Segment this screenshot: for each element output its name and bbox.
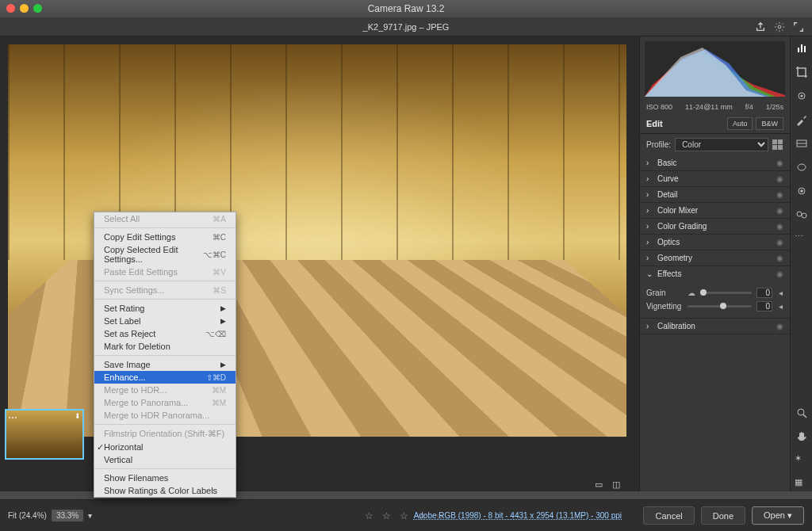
zoom-level[interactable]: 33.3%	[52, 510, 83, 521]
visibility-eye-icon[interactable]: ◉	[776, 174, 783, 183]
thumbnail-save-icon[interactable]: ⬇	[75, 412, 81, 420]
grid-tool-icon[interactable]: ▦	[795, 477, 809, 491]
svg-point-4	[798, 164, 806, 170]
filmstrip-thumbnail[interactable]: ⋯ ⬇	[5, 409, 84, 460]
radial-tool-icon[interactable]	[795, 160, 809, 174]
edit-tool-icon[interactable]	[795, 41, 809, 55]
macos-titlebar: Camera Raw 13.2	[0, 0, 812, 17]
histogram[interactable]	[645, 41, 785, 97]
iso-label: ISO 800	[646, 103, 672, 111]
vignetting-label: Vignetting	[646, 302, 683, 311]
grain-value[interactable]: 0	[756, 288, 772, 298]
context-menu-item[interactable]: Set Label▶	[94, 315, 236, 327]
section-optics[interactable]: ›Optics◉	[640, 235, 790, 250]
brush-tool-icon[interactable]	[795, 113, 809, 127]
heal-tool-icon[interactable]	[795, 89, 809, 103]
single-view-icon[interactable]: ▭	[593, 479, 604, 490]
context-menu-item: Merge to Panorama...⌘M	[94, 396, 236, 409]
vignetting-slider[interactable]	[688, 305, 752, 308]
context-menu-item: Merge to HDR Panorama...	[94, 409, 236, 422]
workflow-options-link[interactable]: Adobe RGB (1998) - 8 bit - 4431 x 2954 (…	[414, 511, 622, 520]
context-menu-item[interactable]: Mark for Deletion	[94, 340, 236, 353]
section-curve[interactable]: ›Curve◉	[640, 171, 790, 186]
visibility-eye-icon[interactable]: ◉	[776, 238, 783, 246]
context-menu-item[interactable]: Vertical	[94, 453, 236, 466]
visibility-eye-icon[interactable]: ◉	[776, 254, 783, 262]
more-tool-icon[interactable]: ⋯	[795, 231, 809, 246]
context-menu-item: Select All⌘A	[94, 212, 236, 225]
app-title: Camera Raw 13.2	[368, 3, 445, 14]
grain-label: Grain	[646, 288, 683, 297]
context-menu-item[interactable]: ✓Horizontal	[94, 441, 236, 453]
context-menu-item[interactable]: Show Filenames	[94, 472, 236, 484]
vignetting-expand-icon[interactable]: ◂	[777, 302, 783, 311]
hand-tool-icon[interactable]	[795, 430, 809, 444]
context-menu-item: Paste Edit Settings⌘V	[94, 266, 236, 278]
auto-button[interactable]: Auto	[727, 117, 753, 130]
file-name-label: _K2_9717.jpg – JPEG	[363, 22, 450, 32]
visibility-eye-icon[interactable]: ◉	[776, 222, 783, 231]
cancel-button[interactable]: Cancel	[643, 506, 694, 525]
context-menu-item[interactable]: Copy Edit Settings⌘C	[94, 231, 236, 243]
compare-view-icon[interactable]: ◫	[611, 479, 622, 490]
visibility-eye-icon[interactable]: ◉	[776, 190, 783, 199]
svg-point-7	[797, 212, 802, 216]
section-calibration[interactable]: ›Calibration◉	[640, 319, 790, 334]
grain-preset-icon[interactable]: ☁	[688, 288, 695, 297]
vignetting-value[interactable]: 0	[756, 301, 772, 311]
aperture-label: f/4	[745, 103, 753, 111]
visibility-eye-icon[interactable]: ◉	[776, 206, 783, 215]
minimize-window-icon[interactable]	[20, 4, 29, 13]
window-controls[interactable]	[6, 4, 42, 13]
section-colorgrading[interactable]: ›Color Grading◉	[640, 219, 790, 234]
footer-bar: Fit (24.4%) 33.3% ▾ ☆ ☆ ☆ ☆ ☆ Adobe RGB …	[0, 499, 812, 531]
context-menu-item: Merge to HDR...⌘M	[94, 384, 236, 396]
context-menu-item[interactable]: Set Rating▶	[94, 302, 236, 315]
svg-point-2	[800, 95, 802, 97]
zoom-tool-icon[interactable]	[795, 406, 809, 420]
settings-gear-icon[interactable]	[774, 21, 785, 32]
section-geometry[interactable]: ›Geometry◉	[640, 250, 790, 266]
context-menu-item[interactable]: Set as Reject⌥⌫	[94, 327, 236, 340]
section-effects[interactable]: ⌄Effects◉	[640, 266, 790, 281]
image-canvas[interactable]: ⋯ ⬇ Select All⌘ACopy Edit Settings⌘CCopy…	[0, 36, 639, 491]
open-button[interactable]: Open ▾	[752, 506, 804, 525]
context-menu[interactable]: Select All⌘ACopy Edit Settings⌘CCopy Sel…	[94, 212, 236, 498]
svg-point-0	[778, 25, 781, 29]
thumbnail-menu-icon[interactable]: ⋯	[8, 412, 17, 423]
visibility-eye-icon[interactable]: ◉	[776, 269, 783, 278]
file-header-bar: _K2_9717.jpg – JPEG	[0, 17, 812, 36]
sampler-tool-icon[interactable]: ✶	[795, 453, 809, 468]
crop-tool-icon[interactable]	[795, 65, 809, 79]
visibility-eye-icon[interactable]: ◉	[776, 159, 783, 167]
svg-point-9	[798, 409, 804, 415]
visibility-eye-icon[interactable]: ◉	[776, 322, 783, 330]
maximize-window-icon[interactable]	[33, 4, 42, 13]
section-basic[interactable]: ›Basic◉	[640, 155, 790, 170]
fullscreen-icon[interactable]	[793, 21, 804, 32]
gradient-tool-icon[interactable]	[795, 136, 809, 151]
section-detail[interactable]: ›Detail◉	[640, 187, 790, 202]
export-icon[interactable]	[755, 21, 766, 32]
preset-tool-icon[interactable]	[795, 208, 809, 222]
exif-bar: ISO 800 11-24@11 mm f/4 1/25s	[640, 101, 790, 114]
context-menu-item[interactable]: Save Image▶	[94, 358, 236, 371]
context-menu-item[interactable]: Copy Selected Edit Settings...⌥⌘C	[94, 243, 236, 266]
tool-strip: ⋯ ✶ ▦	[790, 36, 812, 491]
redeye-tool-icon[interactable]	[795, 184, 809, 198]
profile-browser-icon[interactable]	[772, 139, 783, 151]
profile-select[interactable]: Color	[675, 138, 768, 151]
bw-button[interactable]: B&W	[756, 117, 783, 130]
grain-expand-icon[interactable]: ◂	[777, 288, 783, 297]
lens-label: 11-24@11 mm	[685, 103, 733, 111]
close-window-icon[interactable]	[6, 4, 15, 13]
edit-panel: ISO 800 11-24@11 mm f/4 1/25s Edit Auto …	[639, 36, 790, 491]
grain-slider[interactable]	[700, 292, 752, 294]
section-colormixer[interactable]: ›Color Mixer◉	[640, 203, 790, 218]
context-menu-item[interactable]: Show Ratings & Color Labels	[94, 484, 236, 497]
zoom-dropdown-icon[interactable]: ▾	[88, 511, 92, 520]
fit-label[interactable]: Fit (24.4%)	[8, 511, 47, 520]
context-menu-item: Filmstrip Orientation (Shift-⌘F)	[94, 427, 236, 441]
context-menu-item[interactable]: Enhance...⇧⌘D	[94, 371, 236, 384]
done-button[interactable]: Done	[701, 506, 745, 525]
